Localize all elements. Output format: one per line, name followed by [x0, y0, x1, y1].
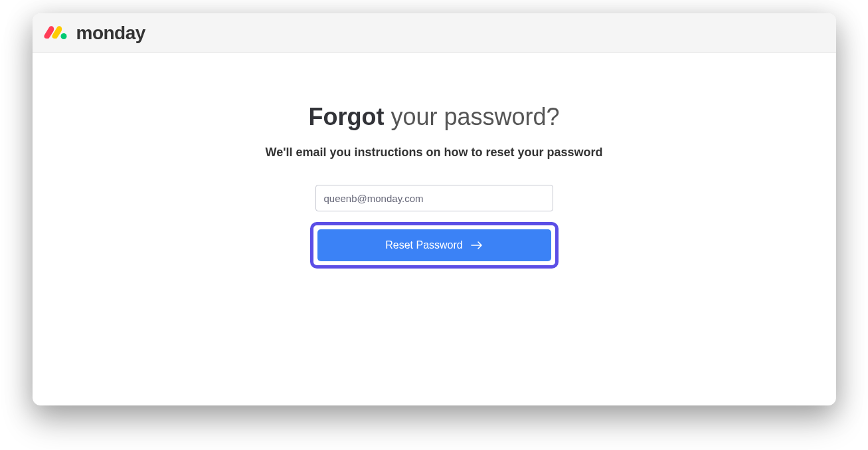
app-window: monday Forgot your password? We'll email…	[33, 13, 836, 405]
email-field[interactable]	[315, 185, 553, 211]
reset-button-label: Reset Password	[385, 239, 463, 251]
reset-button-highlight: Reset Password	[310, 222, 559, 269]
arrow-right-icon	[471, 241, 483, 250]
brand-logo[interactable]: monday	[43, 23, 145, 44]
page-subtitle: We'll email you instructions on how to r…	[265, 146, 602, 160]
page-title-bold: Forgot	[308, 103, 384, 130]
reset-password-button[interactable]: Reset Password	[317, 229, 551, 261]
brand-name: monday	[76, 23, 145, 44]
main-content: Forgot your password? We'll email you in…	[33, 53, 836, 269]
topbar: monday	[33, 13, 836, 53]
page-title: Forgot your password?	[308, 103, 559, 131]
svg-point-0	[60, 33, 66, 39]
page-title-rest: your password?	[384, 103, 559, 130]
monday-logo-icon	[43, 24, 72, 43]
